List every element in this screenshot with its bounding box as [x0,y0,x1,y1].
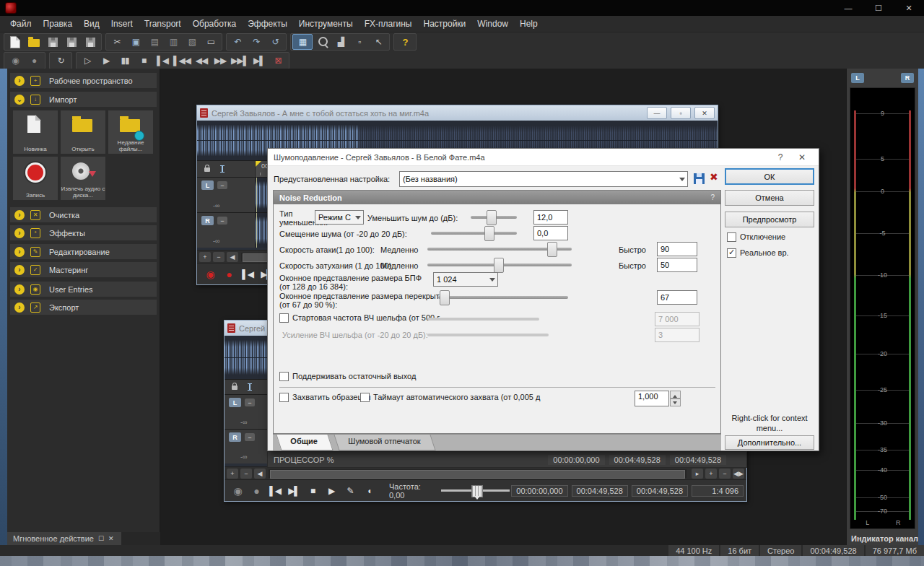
play-all-icon[interactable]: ▷ [78,53,97,68]
cut-icon[interactable]: ✂ [108,35,126,49]
close-panel-icon[interactable]: ✕ [108,535,114,542]
save-preset-icon[interactable] [694,173,705,184]
keep-residual-checkbox[interactable]: Поддерживать остаточный выход [279,372,416,381]
record-options-icon[interactable]: ⊠ [269,53,287,68]
collapse-track-button[interactable]: − [217,181,227,189]
window-close-button[interactable]: ✕ [894,0,924,16]
record-icon[interactable]: ● [248,483,265,499]
mode-combobox[interactable]: Режим С [315,210,364,225]
zoom-in-button[interactable]: + [199,252,211,262]
menu-process[interactable]: Обработка [187,17,243,31]
shelf-frequency-checkbox[interactable]: Стартовая частота ВЧ шельфа (от 500 г [279,313,440,323]
go-start-icon[interactable]: ▌◀ [239,266,256,282]
fft-size-combobox[interactable]: 1 024 [433,272,498,287]
statistics-icon[interactable]: ▟ [331,35,350,49]
spin-down-icon[interactable] [670,399,681,406]
play-small-icon[interactable]: ▸ [692,469,703,479]
sidebar-section-editing[interactable]: › ✎ Редактирование [10,244,157,259]
app-titlebar[interactable]: — ☐ ✕ [0,0,924,16]
sidebar-section-import[interactable]: ⌄ ↓ Импорт [10,92,157,107]
spectral-tool-icon[interactable]: ▦ [292,34,313,50]
zoom-out-button[interactable]: − [240,469,252,479]
more-button[interactable]: Дополнительно... [725,435,814,450]
marquee-tool-icon[interactable]: ▫ [350,35,369,49]
tab-general[interactable]: Общие [276,435,333,450]
help-pointer-icon[interactable]: ? [396,35,414,49]
zoom-in-button[interactable]: + [227,469,238,479]
channel-right-button[interactable]: R [229,432,241,442]
prev-marker-icon[interactable]: ▌◀◀ [172,53,192,68]
overlap-slider[interactable] [438,296,568,299]
reduce-slider[interactable] [471,216,517,219]
doc-minimize-button[interactable]: — [647,107,667,119]
stop-icon[interactable]: ■ [304,483,321,499]
preset-combobox[interactable]: (Без названия) [399,171,688,187]
collapse-track-button[interactable]: − [217,217,227,225]
zoom-out-button[interactable]: − [213,252,225,262]
trim-icon[interactable]: ▭ [201,35,220,49]
pause-icon[interactable]: ▮▮ [116,53,134,68]
attack-value-input[interactable]: 90 [657,242,697,256]
play-icon[interactable]: ▶ [323,483,340,499]
menu-insert[interactable]: Insert [105,17,139,31]
release-slider[interactable] [427,264,572,266]
record-remote-icon[interactable]: ◉ [6,53,25,68]
channel-right-button[interactable]: R [201,216,214,225]
tile-new-file[interactable]: Новинка [13,110,58,154]
menu-window[interactable]: Window [471,17,514,31]
doc-restore-button[interactable]: ▫ [671,107,691,119]
paste-special-icon[interactable]: ▥ [164,35,183,49]
lock-icon[interactable] [204,167,210,172]
menu-edit[interactable]: Правка [38,17,79,31]
menu-options[interactable]: Настройки [417,17,471,31]
edit-cursor-icon[interactable] [222,165,223,173]
next-marker-icon[interactable]: ▶▶▌ [230,53,250,68]
channel-left-button[interactable]: L [201,180,214,190]
save-icon[interactable] [43,35,62,49]
tile-record[interactable]: Запись [13,157,58,200]
menu-effects[interactable]: Эффекты [242,17,293,31]
zoom-out-time-button[interactable]: − [719,469,731,479]
release-value-input[interactable]: 50 [657,258,697,272]
doc-close-button[interactable]: ✕ [694,107,715,119]
loop-playback-icon[interactable]: ↻ [51,53,70,68]
zoom-ratio-box[interactable]: 1:4 096 [692,485,744,497]
window-maximize-button[interactable]: ☐ [863,0,894,16]
go-start-icon[interactable]: ▌◀ [153,53,172,68]
monitor-icon[interactable]: ◖ [360,483,378,499]
plugin-help-icon[interactable]: ? [710,193,715,201]
overlap-value-input[interactable]: 67 [657,290,697,305]
bias-value-input[interactable]: 0,0 [533,226,568,240]
sidebar-section-repair[interactable]: › ✕ Очистка [10,207,157,222]
capture-timeout-checkbox[interactable]: Таймаут автоматического захвата (от 0,00… [360,393,540,402]
sidebar-section-user-entries[interactable]: › ◉ User Entries [10,282,157,297]
instant-action-tab[interactable]: Мгновенное действие ☐ ✕ [7,532,121,545]
menu-help[interactable]: Help [514,17,544,31]
open-folder-icon[interactable] [25,35,43,49]
forward-icon[interactable]: ▶▶ [211,53,230,68]
scroll-left-button[interactable]: ◀ [227,252,238,262]
channel-left-button[interactable]: L [229,398,241,407]
collapse-track-button[interactable]: − [245,399,255,406]
preview-button[interactable]: Предпросмотр [725,212,814,227]
play-icon[interactable]: ▶ [97,53,116,68]
dialog-titlebar[interactable]: Шумоподавление - Сергей Завьялов - В Бел… [268,149,819,166]
rewind-icon[interactable]: ◀◀ [192,53,211,68]
document-window-1-titlebar[interactable]: Сергей Завьялов - А мне с тобой остаться… [197,105,718,121]
float-panel-icon[interactable]: ☐ [98,535,104,542]
lock-icon[interactable] [232,386,237,390]
menu-view[interactable]: Вид [78,17,105,31]
fit-horizontal-icon[interactable]: ◀▶ [733,469,744,479]
delete-preset-icon[interactable]: ✖ [710,171,718,183]
copy-icon[interactable]: ▣ [126,35,145,49]
sidebar-section-workspace[interactable]: › + Рабочее пространство [10,73,157,88]
smart-tool-icon[interactable]: ↖ [369,35,388,49]
tile-open[interactable]: Открыть [61,110,105,154]
menu-fx-plugins[interactable]: FX-плагины [359,17,418,31]
reduce-value-input[interactable]: 12,0 [533,210,568,225]
record-icon[interactable]: ● [25,53,43,68]
scrub-speed-slider[interactable] [441,489,510,492]
selection-start-time[interactable]: 00:00:00,000 [511,485,567,497]
collapse-track-button[interactable]: − [245,433,255,441]
capture-noiseprint-checkbox[interactable]: Захватить образец ш [279,393,371,402]
